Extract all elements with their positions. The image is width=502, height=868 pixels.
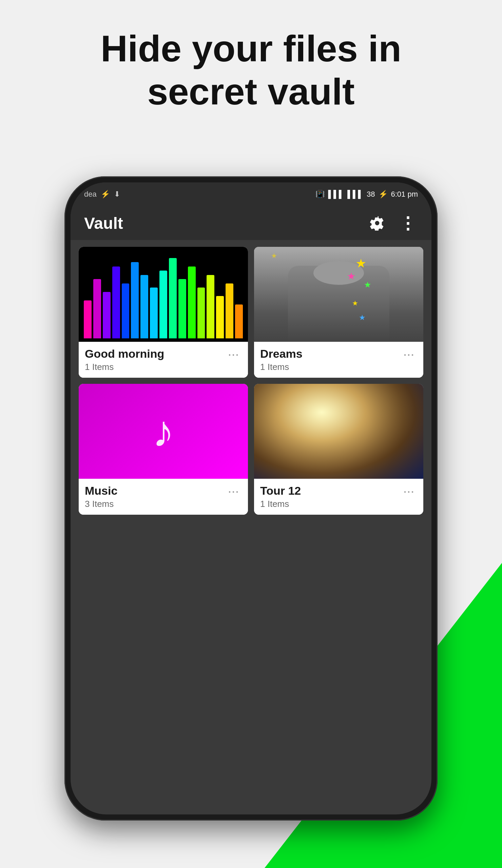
headline: Hide your files in secret vault [0, 27, 502, 113]
battery-percent: 38 [367, 190, 375, 199]
folder-more-tour[interactable]: ⋮ [401, 484, 417, 500]
app-title: Vault [84, 214, 123, 232]
folder-more-dreams[interactable]: ⋮ [401, 347, 417, 363]
folder-info-music: Music 3 Items ⋮ [79, 479, 248, 515]
headline-line2: secret vault [147, 71, 355, 112]
usb-icon: ⚡ [101, 190, 110, 199]
charge-icon: ⚡ [379, 190, 388, 199]
headline-line1: Hide your files in [101, 28, 401, 69]
dreams-visual: ★ ★ ★ ★ ★ ★ [254, 247, 423, 342]
folder-text-tour: Tour 12 1 Items [260, 484, 301, 509]
phone-screen: dea ⚡ ⬇ 📳 ▌▌▌ ▌▌▌ 38 ⚡ 6:01 pm Vault [71, 183, 431, 814]
status-right: 📳 ▌▌▌ ▌▌▌ 38 ⚡ 6:01 pm [316, 190, 418, 199]
more-options-button[interactable]: ⋮ [398, 213, 418, 233]
gear-icon [370, 216, 385, 230]
folder-name-tour: Tour 12 [260, 484, 301, 497]
folder-thumbnail-good-morning [79, 247, 248, 342]
signal-icon2: ▌▌▌ [347, 190, 363, 199]
folder-info-tour: Tour 12 1 Items ⋮ [254, 479, 423, 515]
vibrate-icon: 📳 [316, 190, 325, 199]
folder-more-good-morning[interactable]: ⋮ [226, 347, 242, 363]
folder-thumbnail-music: ♪ [79, 384, 248, 479]
app-bar-icons: ⋮ [367, 213, 418, 233]
equalizer-visual [79, 247, 248, 342]
status-bar: dea ⚡ ⬇ 📳 ▌▌▌ ▌▌▌ 38 ⚡ 6:01 pm [71, 183, 431, 206]
folder-text-music: Music 3 Items [85, 484, 117, 509]
folder-card-music[interactable]: ♪ Music 3 Items ⋮ [79, 384, 248, 515]
folder-card-tour[interactable]: Tour 12 1 Items ⋮ [254, 384, 423, 515]
folder-name-dreams: Dreams [260, 347, 303, 360]
folder-name-music: Music [85, 484, 117, 497]
folder-grid: Good morning 1 Items ⋮ [71, 240, 431, 521]
music-note-icon: ♪ [152, 406, 174, 457]
folder-count-music: 3 Items [85, 499, 117, 509]
folder-count-tour: 1 Items [260, 499, 301, 509]
folder-info-good-morning: Good morning 1 Items ⋮ [79, 342, 248, 378]
folder-more-music[interactable]: ⋮ [226, 484, 242, 500]
folder-count-good-morning: 1 Items [85, 362, 164, 372]
music-visual: ♪ [79, 384, 248, 479]
folder-name-good-morning: Good morning [85, 347, 164, 360]
folder-text-good-morning: Good morning 1 Items [85, 347, 164, 372]
folder-thumbnail-tour [254, 384, 423, 479]
folder-count-dreams: 1 Items [260, 362, 303, 372]
tour-visual [254, 384, 423, 479]
folder-text-dreams: Dreams 1 Items [260, 347, 303, 372]
signal-icon: ▌▌▌ [328, 190, 344, 199]
phone-shell: dea ⚡ ⬇ 📳 ▌▌▌ ▌▌▌ 38 ⚡ 6:01 pm Vault [64, 176, 438, 820]
status-left: dea ⚡ ⬇ [84, 190, 120, 199]
settings-button[interactable] [367, 213, 387, 233]
folder-info-dreams: Dreams 1 Items ⋮ [254, 342, 423, 378]
app-bar: Vault ⋮ [71, 206, 431, 240]
folder-thumbnail-dreams: ★ ★ ★ ★ ★ ★ [254, 247, 423, 342]
more-icon: ⋮ [399, 213, 416, 233]
phone-wrapper: dea ⚡ ⬇ 📳 ▌▌▌ ▌▌▌ 38 ⚡ 6:01 pm Vault [64, 176, 438, 820]
dreams-stars: ★ ★ ★ ★ ★ ★ [254, 247, 423, 342]
download-icon: ⬇ [114, 190, 120, 199]
time-display: 6:01 pm [391, 190, 418, 199]
carrier-text: dea [84, 190, 97, 199]
bottom-area [71, 521, 431, 589]
folder-card-dreams[interactable]: ★ ★ ★ ★ ★ ★ Dreams 1 Items [254, 247, 423, 378]
folder-card-good-morning[interactable]: Good morning 1 Items ⋮ [79, 247, 248, 378]
